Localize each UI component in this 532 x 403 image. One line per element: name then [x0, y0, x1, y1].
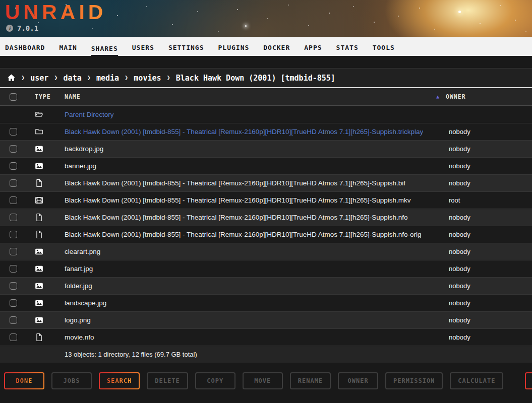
owner-value: nobody: [449, 145, 470, 153]
film-icon: [35, 196, 43, 205]
sort-ascending-icon[interactable]: ▲: [436, 94, 440, 99]
nav-item-plugins[interactable]: PLUGINS: [218, 38, 250, 56]
info-icon[interactable]: i: [6, 25, 13, 32]
table-row: Black Hawk Down (2001) [tmdbid-855] - Th…: [0, 226, 532, 243]
app-header: UNRAID i 7.0.1: [0, 0, 532, 37]
owner-value: nobody: [449, 333, 470, 341]
file-name: clearart.png: [65, 248, 100, 255]
file-name: logo.png: [65, 316, 91, 324]
chevron-separator: ❯: [167, 74, 170, 81]
image-icon: [35, 145, 43, 153]
parent-directory-link[interactable]: Parent Directory: [65, 111, 114, 118]
owner-value: nobody: [449, 282, 470, 290]
nav-item-settings[interactable]: SETTINGS: [168, 38, 204, 56]
calculate-button[interactable]: CALCULATE: [450, 372, 503, 389]
row-checkbox[interactable]: [10, 265, 17, 273]
file-name: folder.jpg: [65, 282, 92, 290]
owner-value: nobody: [449, 128, 470, 136]
table-row-parent-directory: Parent Directory: [0, 106, 532, 123]
jobs-button[interactable]: JOBS: [51, 372, 92, 389]
move-button[interactable]: MOVE: [243, 372, 283, 389]
home-icon[interactable]: [7, 74, 16, 82]
owner-value: nobody: [449, 179, 470, 187]
image-icon: [35, 316, 43, 324]
table-row: Black Hawk Down (2001) [tmdbid-855] - Th…: [0, 174, 532, 191]
breadcrumb-segment[interactable]: movies: [134, 74, 161, 83]
delete-button[interactable]: DELETE: [147, 372, 188, 389]
table-row: movie.nfo nobody: [0, 328, 532, 346]
copy-button[interactable]: COPY: [195, 372, 235, 389]
table-row: clearart.png nobody: [0, 243, 532, 260]
row-checkbox[interactable]: [10, 299, 17, 307]
breadcrumb-segment[interactable]: Black Hawk Down (2001) [tmdbid-855]: [176, 74, 335, 83]
row-checkbox[interactable]: [10, 231, 17, 238]
file-icon: [35, 179, 43, 187]
breadcrumb-segment[interactable]: media: [96, 74, 119, 83]
permission-button[interactable]: PERMISSION: [385, 372, 443, 389]
row-checkbox[interactable]: [10, 282, 17, 290]
nav-item-docker[interactable]: DOCKER: [263, 38, 290, 56]
unraid-file-manager-page: UNRAID i 7.0.1 DASHBOARDMAINSHARESUSERSS…: [0, 0, 532, 390]
column-header-name: NAME: [65, 93, 81, 100]
table-row: landscape.jpg nobody: [0, 294, 532, 311]
row-checkbox[interactable]: [10, 162, 17, 170]
file-name: Black Hawk Down (2001) [tmdbid-855] - Th…: [65, 231, 422, 238]
nav-item-stats[interactable]: STATS: [336, 38, 359, 56]
nav-item-tools[interactable]: TOOLS: [373, 38, 395, 56]
table-row: Black Hawk Down (2001) [tmdbid-855] - Th…: [0, 191, 532, 209]
row-checkbox[interactable]: [10, 128, 17, 136]
rename-button[interactable]: RENAME: [290, 372, 331, 389]
partial-action-button[interactable]: [525, 372, 532, 389]
owner-value: nobody: [449, 299, 470, 307]
owner-value: root: [449, 196, 460, 204]
row-checkbox[interactable]: [10, 145, 17, 153]
nav-item-dashboard[interactable]: DASHBOARD: [5, 38, 45, 56]
breadcrumb-segment[interactable]: user: [30, 74, 48, 83]
row-checkbox[interactable]: [10, 316, 17, 324]
image-icon: [35, 299, 43, 307]
image-icon: [35, 162, 43, 170]
row-checkbox[interactable]: [10, 196, 17, 204]
table-body: Black Hawk Down (2001) [tmdbid-855] - Th…: [0, 123, 532, 346]
folder-icon: [35, 127, 43, 136]
chevron-separator: ❯: [87, 74, 91, 81]
owner-button[interactable]: OWNER: [338, 372, 378, 389]
row-checkbox[interactable]: [10, 214, 17, 221]
breadcrumb-segment[interactable]: data: [64, 74, 82, 83]
file-name: movie.nfo: [65, 333, 94, 341]
action-bar: DONEJOBSSEARCHDELETECOPYMOVERENAMEOWNERP…: [0, 371, 532, 390]
nav-item-apps[interactable]: APPS: [304, 38, 322, 56]
select-all-checkbox[interactable]: [10, 93, 17, 101]
file-name: banner.jpg: [65, 162, 96, 170]
table-header-row: TYPE NAME ▲ OWNER: [0, 87, 532, 106]
file-icon: [35, 333, 43, 342]
done-button[interactable]: DONE: [4, 372, 44, 389]
main-nav: DASHBOARDMAINSHARESUSERSSETTINGSPLUGINSD…: [0, 37, 532, 56]
nav-item-shares[interactable]: SHARES: [91, 39, 118, 56]
table-row: banner.jpg nobody: [0, 157, 532, 174]
table-row: folder.jpg nobody: [0, 277, 532, 294]
file-name: Black Hawk Down (2001) [tmdbid-855] - Th…: [65, 214, 408, 221]
file-name: landscape.jpg: [65, 299, 106, 307]
row-checkbox[interactable]: [10, 248, 17, 255]
table-row: fanart.jpg nobody: [0, 260, 532, 277]
file-icon: [35, 213, 43, 222]
owner-value: nobody: [449, 265, 470, 273]
breadcrumb: ❯user❯data❯media❯movies❯Black Hawk Down …: [0, 68, 532, 87]
directory-link[interactable]: Black Hawk Down (2001) [tmdbid-855] - Th…: [65, 128, 423, 136]
row-checkbox[interactable]: [10, 333, 17, 341]
table-row: backdrop.jpg nobody: [0, 140, 532, 157]
chevron-separator: ❯: [54, 74, 57, 81]
nav-item-main[interactable]: MAIN: [59, 38, 77, 56]
search-button[interactable]: SEARCH: [99, 372, 140, 389]
table-row: Black Hawk Down (2001) [tmdbid-855] - Th…: [0, 209, 532, 226]
table-row: Black Hawk Down (2001) [tmdbid-855] - Th…: [0, 123, 532, 140]
owner-value: nobody: [449, 162, 470, 170]
owner-value: nobody: [449, 316, 470, 324]
nav-item-users[interactable]: USERS: [132, 38, 154, 56]
image-icon: [35, 247, 43, 256]
row-checkbox[interactable]: [10, 179, 17, 187]
version-row: i 7.0.1: [6, 24, 38, 32]
unraid-logo[interactable]: UNRAID: [5, 2, 106, 23]
image-icon: [35, 264, 43, 273]
